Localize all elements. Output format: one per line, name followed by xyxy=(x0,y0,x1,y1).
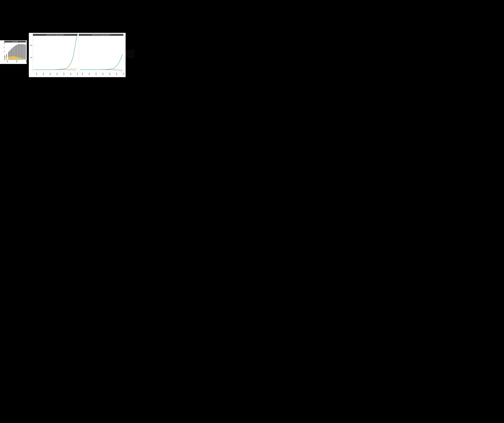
x-tick-label: 2100 xyxy=(77,73,78,76)
facet-hotter: rcp45hotter_ssp3_agyields_diffPrcnt 1980… xyxy=(79,34,123,72)
y-tick-label: 2000 xyxy=(29,45,32,46)
legend-label: Rice_RFD_lo xyxy=(128,56,135,58)
bar-segment xyxy=(6,57,7,59)
bar-segment xyxy=(14,47,14,56)
legend-swatch xyxy=(125,51,127,51)
bar-segment xyxy=(11,49,12,56)
line-plot-area: 0100020001980200020202040206020802100 xyxy=(33,36,78,72)
bar-segment xyxy=(21,58,22,59)
bar-segment xyxy=(18,57,19,59)
bar-segment xyxy=(8,52,9,57)
bar xyxy=(10,50,11,60)
bar-segment xyxy=(18,57,18,59)
x-tick-label: 2020 xyxy=(96,73,97,76)
bar-segment xyxy=(6,54,7,57)
bar-segment xyxy=(8,57,9,59)
legend-label: Rice_RFD_hi xyxy=(128,54,135,55)
bar xyxy=(6,54,7,60)
series-line xyxy=(34,36,77,70)
bar-segment xyxy=(19,44,20,58)
legend-swatch xyxy=(125,55,127,55)
legend-label: Rice_IRR_hi xyxy=(128,50,134,52)
series-line xyxy=(80,54,122,70)
x-tick-label: 2060 xyxy=(109,73,110,76)
x-tick-label: 2000 xyxy=(43,73,44,76)
y-tick-label: 0 xyxy=(29,69,32,70)
bar-segment xyxy=(15,46,16,56)
stage: Rice Production (MT) ssp3_rcp45 05101520… xyxy=(0,0,155,108)
bar xyxy=(13,47,14,60)
legend: Rice_IRR_hiRice_IRR_loRice_RFD_hiRice_RF… xyxy=(125,50,138,58)
bar-segment xyxy=(25,45,26,59)
bar-segment xyxy=(22,44,23,58)
bar-segment xyxy=(15,56,16,59)
x-tick-label: 2080 xyxy=(70,73,71,76)
y-tick-label: 20 xyxy=(2,43,5,44)
bar-segment xyxy=(23,44,24,59)
x-tick-label: 2000 xyxy=(89,73,90,76)
bar-segment xyxy=(21,44,22,58)
bar-segment xyxy=(18,44,19,57)
left-panel: Rice Production (MT) ssp3_rcp45 05101520… xyxy=(0,40,27,64)
x-tick-label: 2060 xyxy=(63,73,65,76)
bar xyxy=(25,45,26,60)
bar-segment xyxy=(18,44,18,57)
legend-swatch xyxy=(125,57,127,57)
legend-item: Rice_IRR_hi xyxy=(125,50,138,52)
bar-segment xyxy=(19,58,20,59)
x-tick-label: 2000 xyxy=(7,60,8,63)
bar xyxy=(11,49,12,60)
bar xyxy=(8,52,9,60)
legend-label: Rice_IRR_lo xyxy=(128,52,134,53)
bar xyxy=(19,44,20,60)
bar xyxy=(22,44,23,60)
x-tick-label: 2050 xyxy=(16,60,18,63)
bar xyxy=(20,44,21,60)
bar xyxy=(18,44,19,60)
bar-segment xyxy=(11,56,12,59)
y-tick-label: 15 xyxy=(2,47,5,48)
bar-segment xyxy=(12,56,12,59)
bar-segment xyxy=(22,58,23,59)
bar-segment xyxy=(16,45,16,57)
x-tick-label: 2080 xyxy=(116,73,117,76)
y-tick-label: 0 xyxy=(2,59,5,60)
bar-segment xyxy=(13,56,14,59)
x-tick-label: 2020 xyxy=(50,73,51,76)
line-chart-svg xyxy=(33,36,78,72)
bar xyxy=(16,45,16,60)
y-tick-label: 5 xyxy=(2,55,5,56)
bar-segment xyxy=(9,57,10,59)
x-tick-label: 2040 xyxy=(57,73,58,76)
bar-segment xyxy=(17,57,17,59)
bar xyxy=(21,44,22,60)
legend-item: Rice_RFD_hi xyxy=(125,54,138,56)
facet-strip: ssp3_rcp45 xyxy=(4,41,26,42)
legend-swatch xyxy=(125,53,127,53)
bar-segment xyxy=(12,48,12,56)
bar-segment xyxy=(16,57,16,59)
bar xyxy=(24,44,25,60)
bar-segment xyxy=(14,56,14,59)
x-tick-label: 2100 xyxy=(123,73,124,76)
x-tick-label: 1980 xyxy=(36,73,37,76)
y-tick-label: 1000 xyxy=(29,57,32,58)
line-chart-svg xyxy=(79,36,123,72)
x-tick-label: 2100 xyxy=(26,60,27,63)
bar xyxy=(12,48,12,60)
bar xyxy=(17,45,17,60)
bar-segment xyxy=(24,44,25,59)
bar xyxy=(9,51,10,60)
right-panel: rcp45cooler_ssp3_agyields_diffPrcnt 0100… xyxy=(29,33,126,77)
legend-item: Rice_RFD_lo xyxy=(125,56,138,58)
bar-segment xyxy=(9,51,10,57)
bar-segment xyxy=(20,44,21,58)
legend-item: Rice_IRR_lo xyxy=(125,52,138,54)
bar-segment xyxy=(13,47,14,56)
bar-segment xyxy=(17,45,17,57)
line-plot-area: 1980200020202040206020802100 xyxy=(79,36,123,72)
bar-plot-area xyxy=(4,42,26,60)
facet-cooler: rcp45cooler_ssp3_agyields_diffPrcnt 0100… xyxy=(33,34,78,72)
bar-segment xyxy=(20,58,21,59)
bar-segment xyxy=(4,58,5,59)
